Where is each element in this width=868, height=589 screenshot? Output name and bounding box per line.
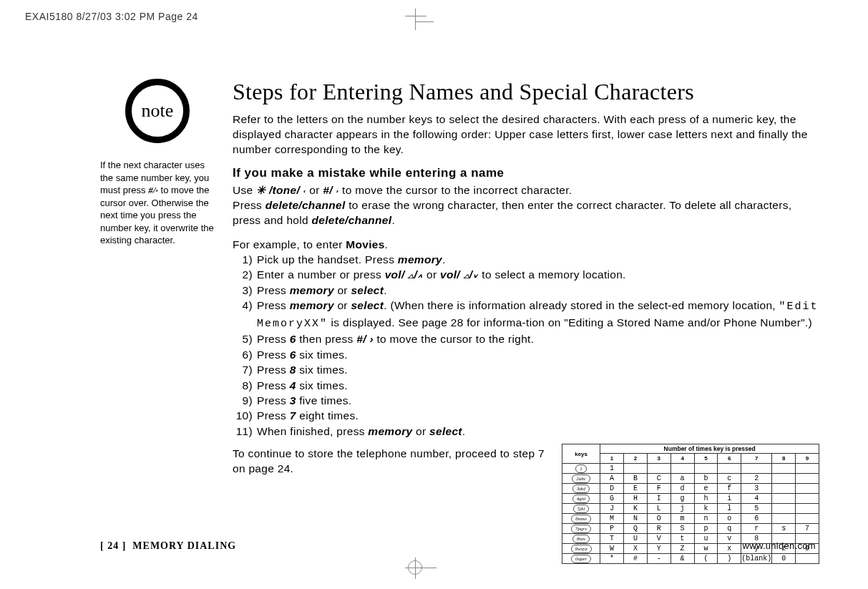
note-label: note [142,98,174,123]
table-row: 0oper*#-&()(blank)0 [562,554,819,564]
continue-paragraph: To continue to store the telephone numbe… [233,446,547,477]
step-row: 7)Press 8 six times. [233,362,819,377]
footer-left: [ 24 ] MEMORY DIALING [100,540,236,552]
table-cell: D [600,484,624,494]
table-cell: 0 [772,554,796,564]
table-cell: Q [624,524,648,534]
table-row: 2abcABCabc2 [562,474,819,484]
table-key-cell: 2abc [562,474,600,484]
table-key-cell: 0oper [562,554,600,564]
table-cell: g [670,494,694,504]
table-cell: B [624,474,648,484]
table-cell: 1 [600,464,624,474]
table-cell [796,504,819,514]
table-cell [624,464,648,474]
registration-mark-icon [408,560,422,575]
page-title: Steps for Entering Names and Special Cha… [233,79,819,105]
table-cell: d [670,484,694,494]
table-cell: K [624,504,648,514]
table-cell: k [694,504,718,514]
mistake-heading: If you make a mistake while entering a n… [233,166,819,180]
sidebar-note: note If the next character uses the same… [100,79,215,247]
intro-paragraph: Refer to the letters on the number keys … [233,112,819,157]
step-row: 11)When finished, press memory or select… [233,424,819,439]
table-cell [796,474,819,484]
table-cell: F [647,484,670,494]
example-block: For example, to enter Movies. 1)Pick up … [233,237,819,439]
table-cell: - [647,554,670,564]
table-col-header: 1 [600,454,624,464]
table-cell [741,464,772,474]
table-cell: h [694,494,718,504]
table-row: 11 [562,464,819,474]
table-cell [772,514,796,524]
table-cell: q [718,524,741,534]
table-key-cell: 1 [562,464,600,474]
step-row: 10)Press 7 eight times. [233,408,819,423]
step-row: 2)Enter a number or press vol/ △/∧ or vo… [233,267,819,282]
table-cell: E [624,484,648,494]
table-cell: R [647,524,670,534]
table-cell: ( [694,554,718,564]
table-cell [772,494,796,504]
table-cell: 7 [796,524,819,534]
table-cell: o [718,514,741,524]
table-title: Number of times key is pressed [600,444,819,454]
table-cell [796,464,819,474]
table-cell: m [670,514,694,524]
table-col-header: 3 [647,454,670,464]
crop-mark-top [415,9,458,30]
step-row: 8)Press 4 six times. [233,378,819,393]
table-cell: 2 [741,474,772,484]
table-row: 6mnoMNOmno6 [562,514,819,524]
print-header: EXAI5180 8/27/03 3:02 PM Page 24 [25,11,198,22]
table-cell [718,464,741,474]
sidebar-key: #/› [148,185,158,195]
table-keys-header: keys [562,444,600,464]
table-cell: 4 [741,494,772,504]
table-cell: r [741,524,772,534]
step-row: 6)Press 6 six times. [233,347,819,362]
table-cell: l [718,504,741,514]
table-col-header: 7 [741,454,772,464]
footer-url: www.uniden.com [743,540,816,552]
sidebar-text: If the next character uses the same numb… [100,159,215,247]
table-cell: s [772,524,796,534]
table-cell: J [600,504,624,514]
table-col-header: 6 [718,454,741,464]
table-cell: ) [718,554,741,564]
steps-list: 1)Pick up the handset. Press memory.2)En… [233,252,819,439]
table-cell: S [670,524,694,534]
table-cell: n [694,514,718,524]
table-cell: N [624,514,648,524]
table-col-header: 8 [772,454,796,464]
table-col-header: 5 [694,454,718,464]
table-cell: O [647,514,670,524]
table-cell: H [624,494,648,504]
table-cell: L [647,504,670,514]
table-cell: (blank) [741,554,772,564]
table-key-cell: 6mno [562,514,600,524]
table-cell: e [694,484,718,494]
table-cell: f [718,484,741,494]
table-cell: 3 [741,484,772,494]
example-intro: For example, to enter Movies. [233,237,819,252]
table-cell [772,484,796,494]
table-cell [647,464,670,474]
table-cell [772,464,796,474]
crop-mark-bottom [415,560,458,589]
page-number: [ 24 ] [100,540,126,551]
section-name: MEMORY DIALING [132,540,236,551]
step-row: 1)Pick up the handset. Press memory. [233,252,819,267]
table-cell [670,464,694,474]
table-cell [796,494,819,504]
table-cell: i [718,494,741,504]
table-cell: & [670,554,694,564]
table-col-header: 2 [624,454,648,464]
table-cell [796,554,819,564]
table-row: 3defDEFdef3 [562,484,819,494]
table-cell: b [694,474,718,484]
table-key-cell: 5jkl [562,504,600,514]
table-cell: j [670,504,694,514]
step-row: 3)Press memory or select. [233,283,819,298]
